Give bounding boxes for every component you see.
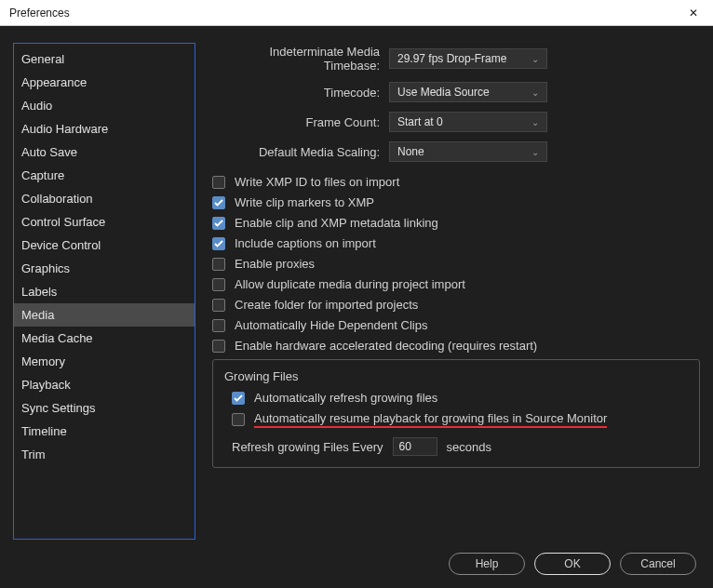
scaling-dropdown[interactable]: None ⌄: [389, 141, 547, 162]
label-hide-dependent-clips: Automatically Hide Dependent Clips: [235, 318, 427, 332]
timecode-label: Timecode:: [212, 86, 389, 100]
titlebar: Preferences ✕: [0, 0, 713, 26]
label-auto-refresh-growing: Automatically refresh growing files: [254, 391, 437, 405]
checkbox-auto-resume-playback[interactable]: [232, 413, 245, 426]
sidebar-item-labels[interactable]: Labels: [14, 280, 195, 303]
sidebar-item-audio-hardware[interactable]: Audio Hardware: [14, 117, 195, 140]
chevron-down-icon: ⌄: [531, 147, 539, 157]
chevron-down-icon: ⌄: [531, 87, 539, 98]
help-button[interactable]: Help: [449, 553, 525, 575]
checkbox-write-xmp-id[interactable]: [212, 176, 225, 189]
label-allow-duplicate-media: Allow duplicate media during project imp…: [235, 277, 465, 291]
label-enable-metadata-linking: Enable clip and XMP metadata linking: [235, 216, 438, 230]
chevron-down-icon: ⌄: [531, 117, 539, 127]
label-write-xmp-id: Write XMP ID to files on import: [235, 175, 399, 189]
chevron-down-icon: ⌄: [531, 54, 539, 64]
checkbox-enable-proxies[interactable]: [212, 258, 225, 271]
sidebar-item-playback[interactable]: Playback: [14, 373, 195, 396]
sidebar-item-media[interactable]: Media: [14, 303, 195, 327]
footer: Help OK Cancel: [0, 547, 713, 581]
framecount-label: Frame Count:: [212, 115, 389, 129]
sidebar: General Appearance Audio Audio Hardware …: [13, 43, 195, 540]
sidebar-item-control-surface[interactable]: Control Surface: [14, 210, 195, 234]
close-icon[interactable]: ✕: [683, 7, 704, 20]
cancel-button[interactable]: Cancel: [620, 553, 696, 575]
ok-button[interactable]: OK: [534, 553, 611, 575]
label-auto-resume-playback: Automatically resume playback for growin…: [254, 411, 607, 428]
framecount-value: Start at 0: [397, 115, 443, 128]
label-enable-proxies: Enable proxies: [235, 257, 315, 271]
sidebar-item-auto-save[interactable]: Auto Save: [14, 140, 195, 164]
checkbox-write-clip-markers[interactable]: [212, 196, 225, 209]
timecode-dropdown[interactable]: Use Media Source ⌄: [389, 82, 547, 102]
sidebar-item-collaboration[interactable]: Collaboration: [14, 187, 195, 210]
sidebar-item-audio[interactable]: Audio: [14, 94, 195, 117]
timecode-value: Use Media Source: [397, 86, 490, 99]
checkbox-allow-duplicate-media[interactable]: [212, 278, 225, 291]
checkbox-create-folder[interactable]: [212, 299, 225, 312]
refresh-interval-label: Refresh growing Files Every: [232, 440, 383, 454]
sidebar-item-trim[interactable]: Trim: [14, 443, 195, 466]
sidebar-item-capture[interactable]: Capture: [14, 164, 195, 187]
sidebar-item-memory[interactable]: Memory: [14, 350, 195, 373]
checkbox-hide-dependent-clips[interactable]: [212, 319, 225, 332]
window-title: Preferences: [9, 7, 70, 20]
timebase-value: 29.97 fps Drop-Frame: [397, 52, 506, 65]
timebase-dropdown[interactable]: 29.97 fps Drop-Frame ⌄: [389, 48, 547, 69]
checkbox-enable-metadata-linking[interactable]: [212, 217, 225, 230]
sidebar-item-sync-settings[interactable]: Sync Settings: [14, 396, 195, 420]
label-write-clip-markers: Write clip markers to XMP: [235, 195, 374, 209]
checkbox-include-captions[interactable]: [212, 237, 225, 250]
label-hw-decoding: Enable hardware accelerated decoding (re…: [235, 339, 537, 353]
refresh-interval-input[interactable]: [393, 437, 437, 456]
timebase-label: Indeterminate Media Timebase:: [212, 45, 389, 73]
sidebar-item-graphics[interactable]: Graphics: [14, 257, 195, 280]
sidebar-item-media-cache[interactable]: Media Cache: [14, 327, 195, 350]
scaling-label: Default Media Scaling:: [212, 145, 389, 159]
content-area: General Appearance Audio Audio Hardware …: [0, 26, 713, 547]
label-create-folder: Create folder for imported projects: [235, 298, 418, 312]
scaling-value: None: [397, 145, 424, 158]
sidebar-item-device-control[interactable]: Device Control: [14, 234, 195, 257]
sidebar-item-timeline[interactable]: Timeline: [14, 420, 195, 443]
checkbox-auto-refresh-growing[interactable]: [232, 392, 245, 405]
sidebar-item-general[interactable]: General: [14, 47, 195, 71]
checkbox-hw-decoding[interactable]: [212, 340, 225, 353]
framecount-dropdown[interactable]: Start at 0 ⌄: [389, 112, 547, 132]
refresh-interval-unit: seconds: [447, 440, 491, 454]
label-include-captions: Include captions on import: [235, 236, 376, 250]
growing-files-title: Growing Files: [224, 369, 688, 383]
growing-files-group: Growing Files Automatically refresh grow…: [212, 359, 700, 468]
sidebar-item-appearance[interactable]: Appearance: [14, 71, 195, 94]
main-panel: Indeterminate Media Timebase: 29.97 fps …: [212, 43, 700, 538]
